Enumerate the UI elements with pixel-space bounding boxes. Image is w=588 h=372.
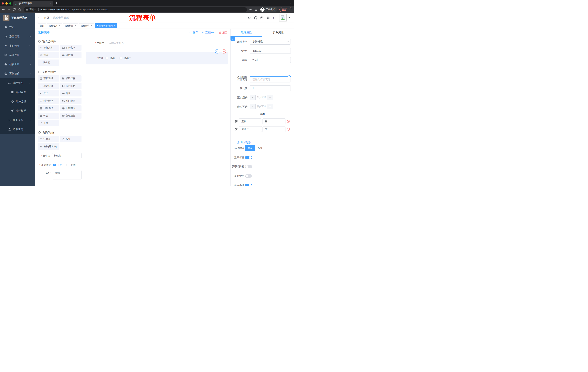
view-json-button[interactable]: 查看json <box>202 31 215 34</box>
tag-item[interactable]: 流程表单-编辑 <box>95 23 117 28</box>
tab-component-props[interactable]: 组件属性 <box>231 29 262 36</box>
sidebar-item[interactable]: 流程模型 <box>0 106 35 115</box>
tab-search-icon[interactable] <box>289 2 292 4</box>
palette-item[interactable]: 多选框组 <box>60 83 82 89</box>
close-tag-icon[interactable] <box>74 25 76 27</box>
save-button[interactable]: 保存 <box>189 31 198 34</box>
toggle-switch[interactable] <box>245 174 252 178</box>
palette-item[interactable]: 级联选择 <box>60 75 82 82</box>
decrement-button[interactable]: − <box>250 95 256 100</box>
palette-item[interactable]: 多行文本 <box>60 45 82 51</box>
collapse-sidebar-icon[interactable] <box>37 16 41 20</box>
breadcrumb-home[interactable]: 首页 <box>44 16 49 20</box>
sidebar-item[interactable]: 系统管理 <box>0 32 35 41</box>
component-type-select[interactable]: 多选框组 <box>250 39 291 45</box>
browser-menu-icon[interactable] <box>288 8 290 11</box>
palette-item[interactable]: 时间范围 <box>60 98 82 104</box>
palette-item[interactable]: 日期范围 <box>60 105 82 111</box>
selected-component-gender[interactable]: *性别 选项一 选项二 <box>86 52 228 64</box>
style-button-button[interactable]: 按钮 <box>255 145 265 151</box>
option-value-input[interactable] <box>262 126 285 132</box>
palette-item[interactable]: 下拉选择 <box>38 75 59 82</box>
fullscreen-icon[interactable] <box>266 16 270 20</box>
checkbox[interactable] <box>119 57 122 60</box>
drag-handle-icon[interactable] <box>234 128 238 131</box>
drag-handle-icon[interactable] <box>234 120 238 123</box>
close-tag-icon[interactable] <box>90 25 92 27</box>
phone-field-input[interactable] <box>106 40 226 46</box>
radio-closed[interactable] <box>66 164 69 166</box>
label-width-input[interactable] <box>250 77 291 83</box>
tag-item[interactable]: 流程模型 <box>63 23 78 28</box>
sidebar-item[interactable]: ¥ 支付管理 <box>0 41 35 50</box>
sidebar-item[interactable]: 研发工具 <box>0 60 35 69</box>
toggle-switch[interactable] <box>245 156 252 159</box>
palette-item[interactable]: 颜色选择 <box>60 113 82 119</box>
avatar[interactable] <box>279 14 286 21</box>
zoom-window-button[interactable] <box>9 2 11 5</box>
reload-button[interactable] <box>13 8 16 11</box>
sidebar-logo[interactable]: 芋道管理系统 <box>0 13 35 22</box>
remove-option-button[interactable] <box>287 128 290 131</box>
increment-button[interactable]: + <box>267 95 273 100</box>
palette-item[interactable]: 时间选择 <box>38 98 59 104</box>
forward-button[interactable] <box>7 8 10 11</box>
help-icon[interactable] <box>260 16 264 20</box>
checkbox-label[interactable]: 选项一 <box>110 57 117 60</box>
tag-item[interactable]: 首页 <box>38 23 46 28</box>
clear-button[interactable]: 清空 <box>219 31 227 34</box>
search-icon[interactable] <box>248 16 251 20</box>
palette-item[interactable]: 按钮 <box>60 136 82 142</box>
copy-component-button[interactable] <box>215 49 219 53</box>
browser-tab[interactable]: 芋道管理系统 <box>13 1 53 6</box>
close-tag-icon[interactable] <box>114 25 116 27</box>
palette-item[interactable]: 密码 <box>38 52 59 58</box>
palette-item[interactable]: 单选框组 <box>38 83 59 89</box>
sidebar-item[interactable]: 任务管理 <box>0 115 35 125</box>
toggle-switch[interactable] <box>245 184 252 186</box>
checkbox[interactable] <box>105 57 108 60</box>
min-select-value[interactable]: 至少应选 <box>256 95 267 100</box>
palette-item[interactable]: 日期选择 <box>38 105 59 111</box>
palette-item[interactable]: 滑块 <box>60 90 82 96</box>
address-bar[interactable]: 不安全 dashboard.yudao.iocoder.cn/bpm/manag… <box>24 7 247 12</box>
option-label-input[interactable] <box>239 126 262 132</box>
palette-item[interactable]: 表格[开发中] <box>38 143 59 149</box>
close-tag-icon[interactable] <box>58 25 60 27</box>
decrement-button[interactable]: − <box>250 104 256 109</box>
remove-option-button[interactable] <box>287 120 290 123</box>
radio-open[interactable] <box>53 164 56 166</box>
sidebar-item[interactable]: 首页 <box>0 22 35 32</box>
tag-item[interactable]: 流程表单 <box>79 23 94 28</box>
close-window-button[interactable] <box>2 2 4 5</box>
new-tab-button[interactable] <box>55 2 58 4</box>
delete-component-button[interactable] <box>222 49 226 53</box>
back-button[interactable] <box>2 8 5 11</box>
close-tab-icon[interactable] <box>50 2 52 5</box>
palette-item[interactable]: 评分 <box>38 113 59 119</box>
sidebar-item[interactable]: 用户分组 <box>0 97 35 106</box>
minimize-window-button[interactable] <box>5 2 8 5</box>
add-option-button[interactable]: 添加选项 <box>237 141 251 144</box>
github-icon[interactable] <box>254 16 257 20</box>
form-name-input[interactable] <box>52 153 82 158</box>
toggle-switch[interactable] <box>245 165 252 168</box>
font-size-icon[interactable]: TT <box>273 16 276 20</box>
increment-button[interactable]: + <box>267 104 273 109</box>
palette-item[interactable]: 单行文本 <box>38 45 59 51</box>
bookmark-icon[interactable] <box>254 8 257 11</box>
profile-caret-icon[interactable] <box>289 17 290 18</box>
radio-closed-label[interactable]: 关闭 <box>70 162 75 168</box>
style-default-button[interactable]: 默认 <box>245 145 255 151</box>
checkbox-label[interactable]: 选项二 <box>124 57 131 60</box>
default-value-input[interactable] <box>250 85 291 91</box>
not-secure-icon[interactable] <box>26 8 28 11</box>
tab-form-props[interactable]: 表单属性 <box>262 29 294 36</box>
palette-item[interactable]: 上传 <box>38 120 59 126</box>
palette-item[interactable]: 123 计数器 <box>60 52 82 58</box>
max-select-value[interactable]: 最多可选 <box>256 104 267 109</box>
sidebar-item[interactable]: 流程管理 <box>0 78 35 87</box>
option-label-input[interactable] <box>239 118 262 124</box>
radio-open-label[interactable]: 开启 <box>57 162 62 168</box>
sidebar-item[interactable]: 请假查询 <box>0 125 35 134</box>
